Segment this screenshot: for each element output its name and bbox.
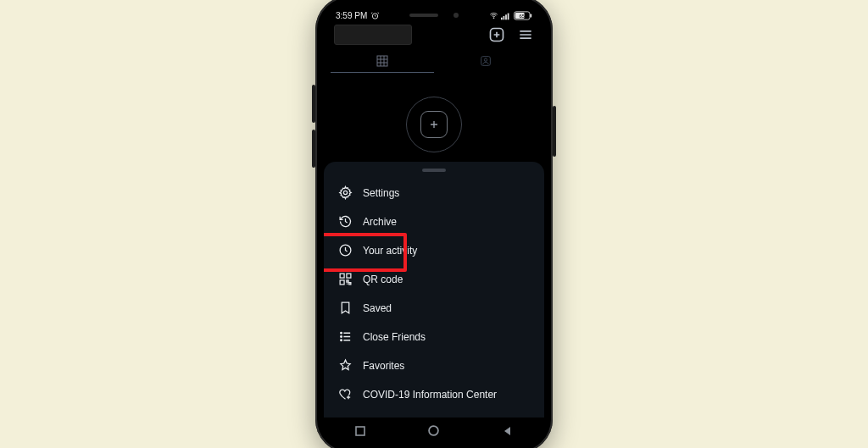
svg-rect-3 — [504, 16, 505, 19]
svg-point-19 — [340, 332, 342, 334]
menu-item-covid-info[interactable]: COVID-19 Information Center — [324, 380, 544, 409]
svg-point-20 — [340, 336, 342, 338]
profile-tabs — [324, 50, 544, 73]
star-icon — [338, 358, 353, 373]
svg-rect-5 — [508, 13, 509, 19]
volume-down-button[interactable] — [312, 130, 315, 168]
menu-label: Your activity — [363, 245, 417, 257]
phone-frame: 3:59 PM 65 — [315, 0, 553, 448]
menu-label: Saved — [363, 302, 392, 314]
gear-icon — [338, 185, 353, 200]
svg-point-14 — [343, 191, 347, 194]
username-dropdown[interactable] — [334, 25, 412, 45]
svg-point-13 — [484, 58, 487, 61]
menu-label: COVID-19 Information Center — [363, 389, 497, 401]
menu-item-favorites[interactable]: Favorites — [324, 351, 544, 380]
svg-point-21 — [340, 340, 342, 341]
profile-top-bar — [324, 18, 544, 50]
signal-icon — [501, 12, 511, 20]
create-post-icon[interactable] — [488, 26, 505, 43]
screen: 3:59 PM 65 — [324, 4, 544, 445]
tagged-icon — [479, 54, 492, 68]
svg-text:65: 65 — [519, 14, 525, 19]
tab-grid[interactable] — [331, 50, 434, 73]
svg-point-1 — [493, 18, 494, 19]
svg-rect-16 — [340, 274, 344, 278]
svg-rect-17 — [346, 274, 350, 278]
nav-back[interactable] — [503, 426, 513, 436]
menu-label: Close Friends — [363, 331, 426, 343]
wifi-icon — [489, 11, 498, 20]
archive-icon — [338, 214, 353, 229]
power-button[interactable] — [553, 106, 556, 157]
menu-item-settings[interactable]: Settings — [324, 179, 544, 207]
tab-tagged[interactable] — [434, 50, 537, 72]
menu-item-your-activity[interactable]: Your activity — [324, 236, 544, 265]
activity-icon — [338, 243, 353, 257]
menu-label: QR code — [363, 274, 403, 285]
svg-rect-11 — [377, 56, 387, 66]
svg-rect-7 — [530, 14, 531, 17]
create-first-post[interactable] — [406, 97, 462, 152]
menu-item-archive[interactable]: Archive — [324, 207, 544, 236]
svg-rect-22 — [356, 427, 364, 435]
battery-icon: 65 — [514, 11, 532, 20]
menu-item-close-friends[interactable]: Close Friends — [324, 323, 544, 351]
menu-item-saved[interactable]: Saved — [324, 294, 544, 323]
volume-up-button[interactable] — [312, 85, 315, 123]
grid-icon — [376, 54, 389, 68]
sheet-grabber[interactable] — [422, 169, 446, 172]
svg-rect-4 — [505, 14, 507, 19]
plus-icon — [427, 118, 441, 131]
nav-recent[interactable] — [355, 426, 365, 436]
alarm-icon — [370, 11, 380, 20]
menu-label: Settings — [363, 187, 399, 199]
svg-rect-2 — [501, 17, 503, 19]
menu-label: Archive — [363, 216, 397, 228]
qr-icon — [338, 272, 353, 286]
svg-rect-18 — [340, 280, 344, 285]
list-icon — [338, 329, 353, 344]
bookmark-icon — [338, 301, 353, 315]
hamburger-menu-icon[interactable] — [517, 26, 534, 43]
menu-bottom-sheet: Settings Archive Your activity QR code — [324, 162, 544, 418]
menu-item-qr-code[interactable]: QR code — [324, 265, 544, 294]
android-nav-bar — [324, 418, 544, 445]
nav-home[interactable] — [428, 425, 439, 436]
menu-label: Favorites — [363, 360, 404, 372]
svg-point-23 — [430, 426, 439, 435]
heart-plus-icon — [338, 387, 353, 401]
status-time: 3:59 PM — [336, 11, 367, 20]
